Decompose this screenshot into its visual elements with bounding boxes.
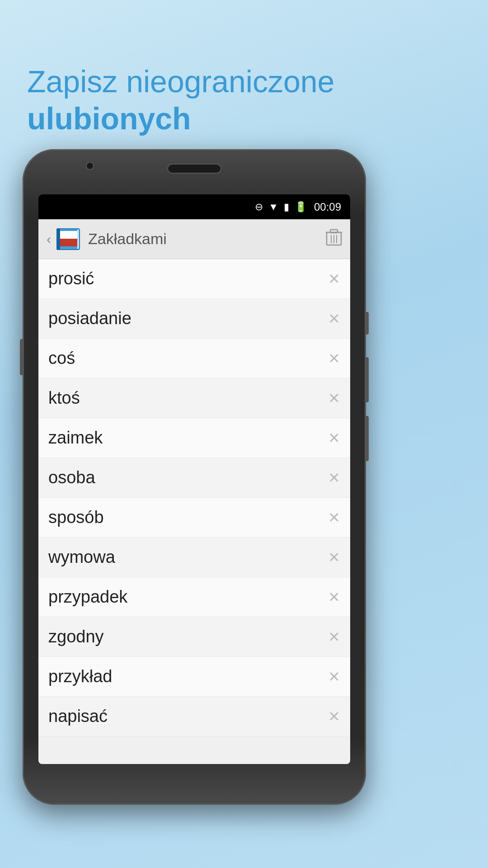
- book-flag-icon: [56, 226, 81, 252]
- remove-button[interactable]: ✕: [328, 431, 340, 445]
- svg-rect-5: [77, 229, 79, 249]
- bookmarks-list: prosić ✕ posiadanie ✕ coś ✕ ktoś ✕ zaime…: [38, 259, 350, 736]
- item-text: ktoś: [48, 388, 328, 408]
- item-text: zaimek: [48, 428, 328, 448]
- remove-button[interactable]: ✕: [328, 311, 340, 326]
- list-item[interactable]: zgodny ✕: [38, 617, 350, 657]
- remove-button[interactable]: ✕: [328, 510, 340, 525]
- item-text: przypadek: [48, 587, 328, 607]
- list-item[interactable]: przypadek ✕: [38, 577, 350, 617]
- volume-up-button: [365, 357, 369, 402]
- power-button: [365, 312, 369, 335]
- remove-button[interactable]: ✕: [328, 351, 340, 366]
- back-button[interactable]: ‹: [47, 231, 51, 247]
- list-item[interactable]: sposób ✕: [38, 498, 350, 538]
- phone-device: ⊖ ▼ ▮ 🔋 00:09 ‹: [23, 149, 366, 805]
- front-camera: [86, 162, 94, 170]
- item-text: prosić: [48, 269, 328, 288]
- status-bar: ⊖ ▼ ▮ 🔋 00:09: [38, 194, 350, 219]
- item-text: posiadanie: [48, 309, 328, 328]
- svg-rect-2: [59, 231, 77, 239]
- status-time: 00:09: [314, 201, 341, 213]
- remove-button[interactable]: ✕: [328, 670, 340, 684]
- list-item[interactable]: ktoś ✕: [38, 378, 350, 418]
- list-item[interactable]: zaimek ✕: [38, 418, 350, 458]
- remove-button[interactable]: ✕: [328, 391, 340, 406]
- promo-headline: Zapisz nieograniczone ulubionych: [27, 63, 461, 137]
- item-text: wymowa: [48, 547, 328, 567]
- item-text: napisać: [48, 707, 328, 726]
- trash-button[interactable]: [326, 228, 342, 250]
- trash-icon: [326, 228, 342, 246]
- app-bar-title: Zakładkami: [88, 230, 326, 248]
- list-item[interactable]: posiadanie ✕: [38, 299, 350, 339]
- remove-button[interactable]: ✕: [328, 471, 340, 485]
- phone-screen: ⊖ ▼ ▮ 🔋 00:09 ‹: [38, 194, 350, 764]
- item-text: sposób: [48, 508, 328, 527]
- app-bar: ‹ Zakładkami: [38, 219, 350, 259]
- list-item[interactable]: napisać ✕: [38, 697, 350, 736]
- headline-bold: ulubionych: [27, 101, 191, 136]
- list-item[interactable]: osoba ✕: [38, 458, 350, 498]
- list-item[interactable]: wymowa ✕: [38, 538, 350, 577]
- list-item[interactable]: przykład ✕: [38, 657, 350, 697]
- item-text: coś: [48, 349, 328, 368]
- app-icon: [56, 226, 81, 252]
- remove-button[interactable]: ✕: [328, 272, 340, 286]
- volume-button: [20, 339, 23, 375]
- signal-icon: ▮: [284, 201, 289, 213]
- item-text: osoba: [48, 468, 328, 487]
- remove-button[interactable]: ✕: [328, 590, 340, 604]
- list-item[interactable]: coś ✕: [38, 339, 350, 378]
- remove-button[interactable]: ✕: [328, 550, 340, 565]
- battery-icon: 🔋: [295, 201, 307, 213]
- minus-circle-icon: ⊖: [255, 201, 263, 213]
- wifi-icon: ▼: [268, 201, 278, 213]
- remove-button[interactable]: ✕: [328, 630, 340, 644]
- headline-normal: Zapisz nieograniczone: [27, 64, 334, 99]
- volume-down-button: [365, 416, 369, 461]
- list-item[interactable]: prosić ✕: [38, 259, 350, 299]
- item-text: przykład: [48, 667, 328, 686]
- remove-button[interactable]: ✕: [328, 709, 340, 724]
- svg-rect-4: [56, 228, 60, 250]
- svg-rect-3: [59, 239, 77, 246]
- earpiece-speaker: [167, 164, 221, 174]
- item-text: zgodny: [48, 627, 328, 646]
